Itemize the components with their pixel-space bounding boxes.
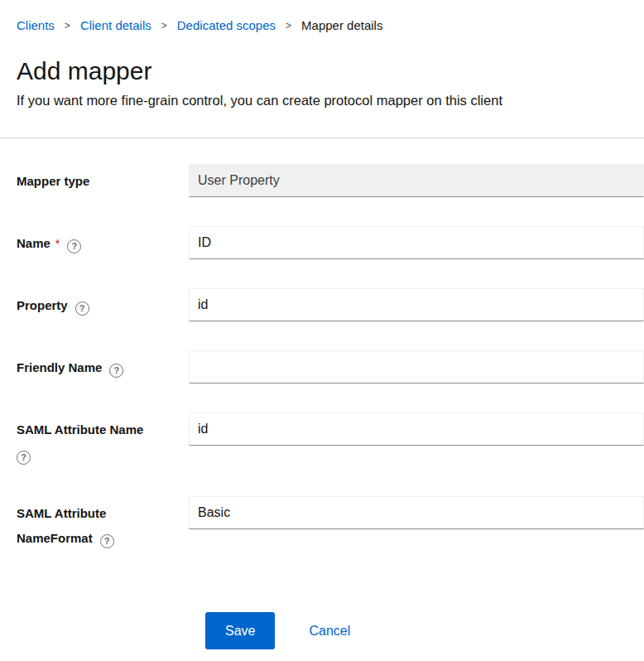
mapper-type-label-text: Mapper type: [17, 174, 89, 188]
mapper-type-label: Mapper type: [17, 164, 189, 194]
save-button[interactable]: Save: [205, 612, 275, 649]
property-label-text: Property: [17, 298, 68, 312]
add-mapper-form: Mapper type Name*? Property? Friendly Na…: [0, 138, 644, 649]
property-input[interactable]: [189, 288, 644, 321]
page-subtitle: If you want more fine-grain control, you…: [17, 90, 627, 110]
required-indicator: *: [55, 237, 60, 250]
friendly-name-input-wrap: [189, 350, 644, 384]
friendly-name-label: Friendly Name?: [17, 350, 189, 380]
form-row-property: Property?: [17, 288, 644, 321]
name-input-wrap: [189, 226, 644, 259]
breadcrumb-separator-icon: >: [161, 17, 167, 34]
page-header: Clients > Client details > Dedicated sco…: [0, 0, 644, 110]
breadcrumb-item-client-details[interactable]: Client details: [80, 17, 151, 34]
friendly-name-input[interactable]: [189, 350, 644, 384]
saml-attribute-name-input[interactable]: [189, 413, 644, 446]
saml-attribute-nameformat-label: SAML Attribute NameFormat?: [17, 496, 189, 551]
breadcrumb-item-clients[interactable]: Clients: [17, 17, 55, 34]
breadcrumb-separator-icon: >: [65, 17, 70, 34]
name-label: Name*?: [17, 226, 189, 256]
form-row-saml-attribute-nameformat: SAML Attribute NameFormat?: [17, 496, 644, 551]
breadcrumb-item-dedicated-scopes[interactable]: Dedicated scopes: [177, 17, 276, 34]
mapper-type-input: [189, 164, 644, 197]
form-row-mapper-type: Mapper type: [17, 164, 644, 197]
saml-attribute-name-input-wrap: [189, 413, 644, 446]
saml-attribute-name-label-text: SAML Attribute Name: [17, 422, 143, 437]
saml-attribute-name-label: SAML Attribute Name ?: [17, 413, 189, 467]
mapper-type-input-wrap: [189, 164, 644, 197]
breadcrumb-separator-icon: >: [286, 17, 291, 34]
saml-attribute-nameformat-label-text: SAML Attribute NameFormat: [17, 506, 106, 545]
breadcrumb: Clients > Client details > Dedicated sco…: [17, 17, 627, 34]
name-label-text: Name: [17, 236, 50, 250]
form-row-friendly-name: Friendly Name?: [17, 350, 644, 384]
form-actions: Save Cancel: [205, 612, 644, 649]
property-input-wrap: [189, 288, 644, 321]
breadcrumb-item-mapper-details: Mapper details: [301, 17, 382, 34]
name-input[interactable]: [189, 226, 644, 259]
help-icon[interactable]: ?: [67, 239, 81, 253]
friendly-name-label-text: Friendly Name: [17, 360, 102, 374]
form-row-saml-attribute-name: SAML Attribute Name ?: [17, 413, 644, 467]
help-icon[interactable]: ?: [109, 364, 123, 378]
help-icon[interactable]: ?: [17, 451, 31, 465]
help-icon[interactable]: ?: [75, 302, 89, 316]
form-row-name: Name*?: [17, 226, 644, 259]
page-title: Add mapper: [17, 56, 627, 86]
saml-attribute-nameformat-input-wrap: [189, 496, 644, 529]
help-icon[interactable]: ?: [100, 534, 114, 548]
cancel-link[interactable]: Cancel: [309, 624, 350, 639]
property-label: Property?: [17, 288, 189, 318]
saml-attribute-nameformat-input[interactable]: [189, 496, 644, 529]
